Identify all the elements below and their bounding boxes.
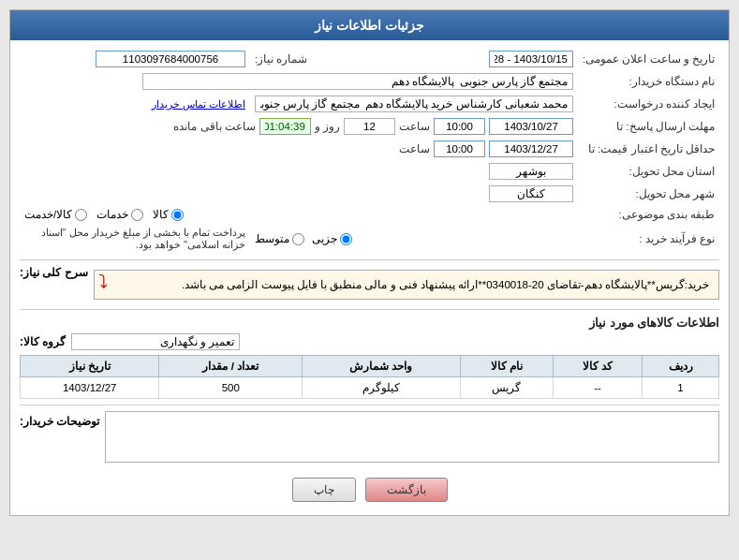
purchase-type-jazei-radio[interactable]	[340, 233, 352, 245]
response-deadline-label: مهلت ارسال پاسخ: تا	[578, 115, 719, 138]
description-section: سرح کلی نیاز: خرید:گریس**پالایشگاه دهم-ت…	[20, 266, 719, 303]
category-khadamat-radio[interactable]	[131, 209, 143, 221]
info-table: تاریخ و ساعت اعلان عمومی: شماره نیاز: نا…	[20, 48, 719, 254]
city-input[interactable]	[489, 185, 573, 202]
divider-1	[20, 259, 719, 260]
table-row: حداقل تاریخ اعتبار قیمت: تا ساعت	[20, 138, 719, 160]
table-row: ایجاد کننده درخواست: اطلاعات تماس خریدار	[20, 93, 719, 115]
bottom-buttons: بازگشت چاپ	[20, 468, 719, 508]
province-input[interactable]	[489, 163, 573, 180]
date-input[interactable]	[489, 51, 573, 67]
divider-3	[20, 405, 719, 405]
main-container: جزئیات اطلاعات نیاز تاریخ و ساعت اعلان ع…	[9, 9, 730, 516]
goods-group-label: گروه کالا:	[20, 335, 66, 348]
day-input[interactable]	[344, 118, 395, 135]
goods-table: ردیف کد کالا نام کالا واحد شمارش تعداد /…	[20, 355, 719, 399]
col-quantity: تعداد / مقدار	[159, 356, 303, 377]
buyer-value-cell	[20, 70, 578, 93]
purchase-type-motavaset-radio[interactable]	[292, 233, 304, 245]
table-cell: --	[553, 377, 642, 399]
purchase-note-cell: پرداخت تمام با بخشی از مبلغ خریدار محل "…	[20, 224, 250, 254]
page-title: جزئیات اطلاعات نیاز	[315, 18, 424, 33]
description-text: خرید:گریس**پالایشگاه دهم-تقاضای 20-03400…	[182, 279, 709, 290]
table-row: شهر محل تحویل:	[20, 183, 719, 205]
category-label: طبقه بندی موضوعی:	[578, 205, 719, 224]
need-number-label: شماره نیاز:	[250, 48, 362, 70]
goods-table-header: ردیف کد کالا نام کالا واحد شمارش تعداد /…	[21, 356, 719, 377]
table-cell: کیلوگرم	[303, 377, 461, 399]
category-kala[interactable]: کالا	[153, 208, 184, 221]
col-row: ردیف	[643, 356, 719, 377]
table-row: 1--گریسکیلوگرم5001403/12/27	[21, 377, 719, 399]
category-kala-khadamat-radio[interactable]	[75, 209, 87, 221]
table-cell: 500	[159, 377, 303, 399]
col-code: کد کالا	[553, 356, 642, 377]
comments-label: توضیحات خریدار:	[20, 411, 99, 428]
day-label: روز و	[315, 120, 340, 133]
goods-table-body: 1--گریسکیلوگرم5001403/12/27	[21, 377, 719, 399]
date-label: تاریخ و ساعت اعلان عمومی:	[578, 48, 719, 70]
price-date-input[interactable]	[489, 140, 573, 157]
time-label: ساعت	[399, 120, 430, 133]
remaining-label: ساعت باقی مانده	[173, 120, 255, 133]
goods-group-row: گروه کالا:	[20, 333, 719, 350]
table-row: طبقه بندی موضوعی: کالا/خدمت خدمات	[20, 205, 719, 224]
need-number-value-cell	[20, 48, 250, 70]
creator-input[interactable]	[255, 96, 573, 112]
goods-section-title: اطلاعات کالاهای مورد نیاز	[20, 316, 719, 330]
category-value-cell: کالا/خدمت خدمات کالا	[20, 205, 578, 224]
category-kala-khadamat[interactable]: کالا/خدمت	[24, 208, 87, 221]
table-cell: 1	[643, 377, 719, 399]
buyer-input[interactable]	[142, 73, 573, 90]
purchase-type-motavaset[interactable]: متوسط	[255, 232, 304, 245]
city-label: شهر محل تحویل:	[578, 183, 719, 205]
back-button[interactable]: بازگشت	[365, 478, 448, 502]
divider-2	[20, 309, 719, 310]
price-deadline-label: حداقل تاریخ اعتبار قیمت: تا	[578, 138, 719, 160]
col-date: تاریخ نیاز	[21, 356, 159, 377]
purchase-type-label: نوع فرآیند خرید :	[578, 224, 719, 254]
date-value-cell	[391, 48, 578, 70]
response-date-input[interactable]	[489, 118, 573, 135]
creator-label: ایجاد کننده درخواست:	[578, 93, 719, 115]
comments-textarea[interactable]	[110, 416, 715, 458]
creator-value-cell	[250, 93, 578, 115]
comments-box	[105, 411, 719, 463]
purchase-note: پرداخت تمام با بخشی از مبلغ خریدار محل "…	[41, 227, 245, 250]
purchase-type-jazei[interactable]: جزیی	[312, 232, 352, 245]
contact-link-cell: اطلاعات تماس خریدار	[20, 93, 250, 115]
description-label: سرح کلی نیاز:	[20, 266, 88, 279]
goods-group-input[interactable]	[71, 333, 240, 350]
table-row: نوع فرآیند خرید : متوسط جزیی پر	[20, 224, 719, 254]
price-time-input[interactable]	[434, 140, 485, 157]
table-cell: گریس	[460, 377, 553, 399]
remaining-input[interactable]	[259, 118, 311, 135]
buyer-label: نام دستگاه خریدار:	[578, 70, 719, 93]
table-row: نام دستگاه خریدار:	[20, 70, 719, 93]
contact-link[interactable]: اطلاعات تماس خریدار	[152, 98, 245, 110]
response-time-input[interactable]	[434, 118, 485, 135]
category-khadamat[interactable]: خدمات	[96, 208, 143, 221]
red-arrow-icon: ⤵	[98, 267, 108, 297]
header-row: ردیف کد کالا نام کالا واحد شمارش تعداد /…	[21, 356, 719, 377]
price-deadline-cell: ساعت	[20, 138, 578, 160]
table-row: مهلت ارسال پاسخ: تا ساعت باقی مانده روز …	[20, 115, 719, 138]
col-unit: واحد شمارش	[303, 356, 461, 377]
description-box: خرید:گریس**پالایشگاه دهم-تقاضای 20-03400…	[94, 270, 719, 300]
price-time-label: ساعت	[399, 142, 430, 155]
table-row: تاریخ و ساعت اعلان عمومی: شماره نیاز:	[20, 48, 719, 70]
comments-section: توضیحات خریدار:	[20, 411, 719, 463]
province-label: استان محل تحویل:	[578, 160, 719, 183]
province-value-cell	[20, 160, 578, 183]
table-row: استان محل تحویل:	[20, 160, 719, 183]
purchase-type-cell: متوسط جزیی	[250, 224, 578, 254]
table-cell: 1403/12/27	[21, 377, 159, 399]
print-button[interactable]: چاپ	[292, 478, 356, 502]
content-area: تاریخ و ساعت اعلان عمومی: شماره نیاز: نا…	[10, 40, 729, 515]
response-deadline-cell: ساعت باقی مانده روز و ساعت	[20, 115, 578, 138]
page-header: جزئیات اطلاعات نیاز	[10, 10, 729, 40]
category-kala-radio[interactable]	[171, 209, 184, 221]
need-number-input[interactable]	[96, 51, 245, 67]
col-name: نام کالا	[460, 356, 553, 377]
city-value-cell	[20, 183, 578, 205]
